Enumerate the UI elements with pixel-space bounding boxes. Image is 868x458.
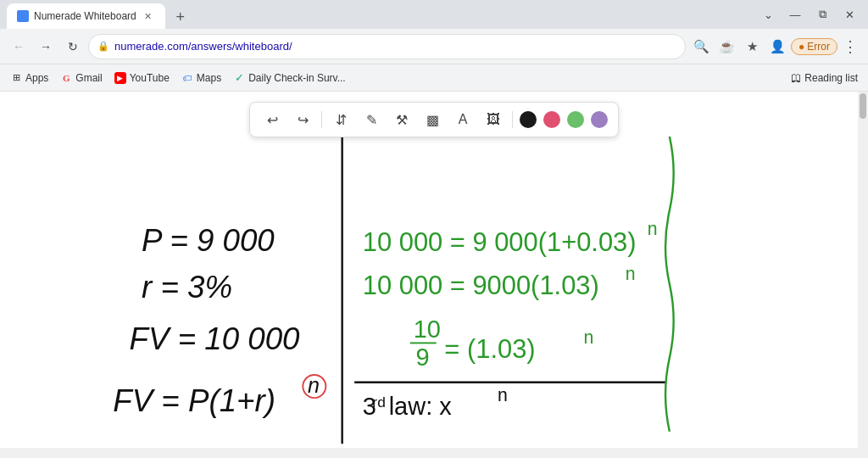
scrollbar-thumb[interactable] xyxy=(860,93,866,119)
profile-button[interactable]: 👤 xyxy=(765,35,789,59)
redo-button[interactable]: ↪ xyxy=(291,108,314,131)
browser-window: Numerade Whiteboard ✕ + ⌄ — ⧉ ✕ ← → ↻ 🔒 … xyxy=(0,0,868,458)
restore-button[interactable]: ⧉ xyxy=(810,3,834,26)
bookmarks-bar: ⊞ Apps G Gmail ▶ YouTube 🏷 Maps ✓ Daily … xyxy=(0,64,868,92)
bookmark-maps[interactable]: 🏷 Maps xyxy=(181,72,221,84)
tools-button[interactable]: ⚒ xyxy=(390,108,414,131)
extensions-button[interactable]: ☕ xyxy=(715,35,738,59)
toolbar-divider-2 xyxy=(512,111,513,128)
svg-text:10 000 = 9000(1.03): 10 000 = 9000(1.03) xyxy=(363,271,599,300)
checkin-icon: ✓ xyxy=(233,72,245,84)
tab-close-button[interactable]: ✕ xyxy=(142,9,155,23)
scrollbar-right[interactable] xyxy=(858,92,868,458)
undo-button[interactable]: ↩ xyxy=(260,108,284,131)
title-bar: Numerade Whiteboard ✕ + ⌄ — ⧉ ✕ xyxy=(0,0,868,29)
search-button[interactable]: 🔍 xyxy=(689,35,713,59)
address-bar[interactable]: 🔒 numerade.com/answers/whiteboard/ xyxy=(88,34,686,59)
svg-text:n: n xyxy=(498,385,508,405)
gmail-icon: G xyxy=(60,72,72,84)
svg-text:r  = 3%: r = 3% xyxy=(142,270,232,304)
error-badge[interactable]: ● Error xyxy=(791,38,837,55)
scrollbar-bottom[interactable] xyxy=(0,448,858,458)
svg-text:n: n xyxy=(583,327,593,348)
tab-favicon xyxy=(17,10,29,22)
nav-icons: 🔍 ☕ ★ 👤 ● Error ⋮ xyxy=(689,35,861,59)
apps-icon: ⊞ xyxy=(10,72,22,84)
svg-text:10: 10 xyxy=(414,316,441,343)
color-black[interactable] xyxy=(520,111,537,128)
browser-menu-button[interactable]: ⋮ xyxy=(839,37,861,56)
bookmark-gmail[interactable]: G Gmail xyxy=(60,72,102,84)
error-dot: ● xyxy=(798,41,804,53)
text-tool-button[interactable]: A xyxy=(451,108,475,131)
whiteboard-svg: P = 9 000 r = 3% FV = 10 000 FV = P(1+r)… xyxy=(0,92,858,448)
tab-area: Numerade Whiteboard ✕ + xyxy=(7,0,753,29)
toolbar-divider-1 xyxy=(321,111,322,128)
pen-tool-button[interactable]: ✎ xyxy=(359,108,383,131)
svg-text:FV = P(1+r): FV = P(1+r) xyxy=(113,383,275,418)
window-controls: ⌄ — ⧉ ✕ xyxy=(756,3,861,26)
lock-icon: 🔒 xyxy=(97,41,109,52)
svg-text:FV = 10 000: FV = 10 000 xyxy=(130,321,300,356)
maps-icon: 🏷 xyxy=(181,72,193,84)
address-text: numerade.com/answers/whiteboard/ xyxy=(114,40,676,53)
youtube-icon: ▶ xyxy=(114,72,126,84)
svg-text:n: n xyxy=(648,219,658,239)
highlighter-button[interactable]: ▩ xyxy=(420,108,444,131)
bookmark-youtube-label: YouTube xyxy=(130,72,170,84)
reload-button[interactable]: ↻ xyxy=(61,35,85,59)
bookmark-checkin-label: Daily Check-in Surv... xyxy=(248,72,345,84)
error-label: Error xyxy=(807,41,830,53)
svg-text:n: n xyxy=(626,264,636,284)
reading-list-button[interactable]: 🕮 Reading list xyxy=(791,72,858,84)
color-purple[interactable] xyxy=(591,111,608,128)
bookmark-apps-label: Apps xyxy=(25,72,48,84)
svg-text:n: n xyxy=(308,373,320,397)
back-button[interactable]: ← xyxy=(7,35,31,59)
bookmark-button[interactable]: ★ xyxy=(740,35,764,59)
svg-text:= (1.03): = (1.03) xyxy=(444,334,535,364)
select-tool-button[interactable]: ⇵ xyxy=(329,108,353,131)
minimize-button[interactable]: — xyxy=(783,3,807,26)
nav-bar: ← → ↻ 🔒 numerade.com/answers/whiteboard/… xyxy=(0,29,868,64)
reading-list-icon: 🕮 xyxy=(791,72,801,84)
svg-text:rd: rd xyxy=(372,394,385,411)
image-tool-button[interactable]: 🖼 xyxy=(481,108,505,131)
close-button[interactable]: ✕ xyxy=(837,3,861,26)
forward-button[interactable]: → xyxy=(34,35,58,59)
color-red[interactable] xyxy=(543,111,560,128)
svg-text:9: 9 xyxy=(416,344,430,371)
active-tab[interactable]: Numerade Whiteboard ✕ xyxy=(7,3,165,29)
svg-text:10 000 = 9 000(1+0.03): 10 000 = 9 000(1+0.03) xyxy=(363,227,637,257)
whiteboard-canvas[interactable]: P = 9 000 r = 3% FV = 10 000 FV = P(1+r)… xyxy=(0,92,858,448)
reading-list-label: Reading list xyxy=(804,72,858,84)
content-area: ↩ ↪ ⇵ ✎ ⚒ ▩ A 🖼 xyxy=(0,92,868,458)
svg-text:law:   x: law: x xyxy=(389,393,453,420)
bookmark-apps[interactable]: ⊞ Apps xyxy=(10,72,48,84)
bookmark-youtube[interactable]: ▶ YouTube xyxy=(114,72,170,84)
bookmark-maps-label: Maps xyxy=(197,72,221,84)
new-tab-button[interactable]: + xyxy=(169,5,192,29)
tab-title: Numerade Whiteboard xyxy=(34,10,136,22)
bookmark-gmail-label: Gmail xyxy=(75,72,102,84)
svg-text:P  = 9 000: P = 9 000 xyxy=(142,223,275,258)
bookmark-checkin[interactable]: ✓ Daily Check-in Surv... xyxy=(233,72,345,84)
whiteboard-toolbar: ↩ ↪ ⇵ ✎ ⚒ ▩ A 🖼 xyxy=(249,102,619,137)
tab-menu-button[interactable]: ⌄ xyxy=(756,3,780,26)
color-green[interactable] xyxy=(567,111,584,128)
